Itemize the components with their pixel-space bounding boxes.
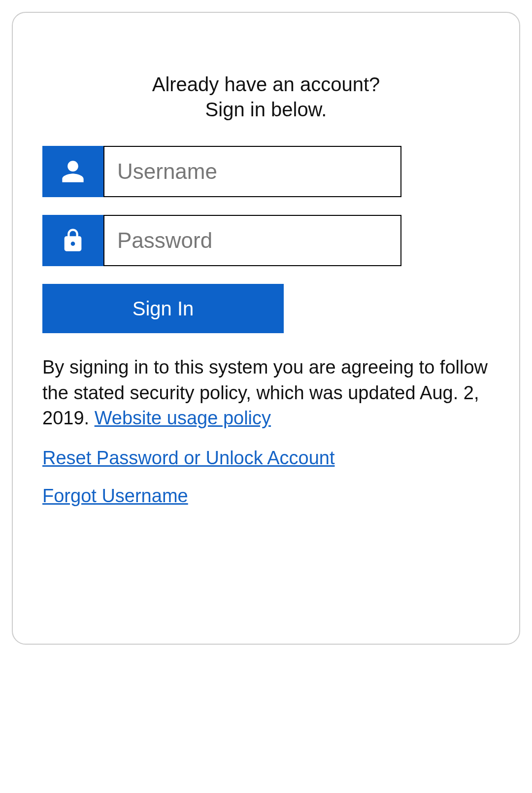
person-icon (42, 146, 103, 197)
password-input[interactable] (103, 215, 401, 266)
heading-line2: Sign in below. (205, 99, 327, 120)
policy-text: By signing in to this system you are agr… (42, 355, 490, 431)
heading-line1: Already have an account? (152, 73, 380, 95)
lock-icon (42, 215, 103, 266)
policy-link[interactable]: Website usage policy (95, 408, 271, 428)
signin-card: Already have an account? Sign in below. … (12, 12, 520, 645)
password-row (42, 215, 378, 266)
reset-password-row: Reset Password or Unlock Account (42, 448, 490, 469)
forgot-username-link[interactable]: Forgot Username (42, 485, 188, 506)
username-row (42, 146, 378, 197)
signin-heading: Already have an account? Sign in below. (42, 72, 490, 122)
signin-button[interactable]: Sign In (42, 284, 284, 333)
username-input[interactable] (103, 146, 401, 197)
reset-password-link[interactable]: Reset Password or Unlock Account (42, 448, 335, 468)
forgot-username-row: Forgot Username (42, 485, 490, 507)
